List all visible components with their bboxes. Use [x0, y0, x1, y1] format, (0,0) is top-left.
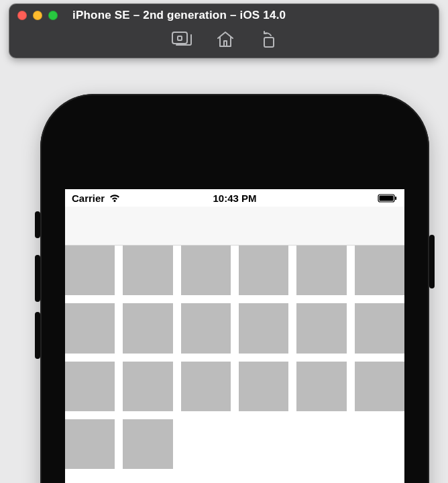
navigation-bar: [65, 207, 404, 246]
carrier-label: Carrier: [72, 193, 105, 204]
window-title: iPhone SE – 2nd generation – iOS 14.0: [72, 9, 286, 22]
grid-cell[interactable]: [123, 419, 172, 469]
grid-cell[interactable]: [296, 303, 346, 353]
mute-switch[interactable]: [35, 211, 40, 238]
grid-cell[interactable]: [239, 362, 288, 411]
grid-cell[interactable]: [239, 303, 288, 353]
battery-icon: [378, 194, 398, 203]
iphone-frame: Carrier 10:43 PM: [40, 94, 429, 483]
volume-up-button[interactable]: [35, 255, 40, 302]
simulator-window: iPhone SE – 2nd generation – iOS 14.0: [9, 4, 439, 58]
grid-cell[interactable]: [296, 246, 346, 295]
clock-label: 10:43 PM: [213, 193, 256, 204]
grid-cell[interactable]: [239, 246, 288, 295]
grid-cell[interactable]: [355, 362, 404, 411]
svg-rect-5: [224, 41, 227, 46]
grid-cell[interactable]: [181, 246, 231, 295]
close-window-button[interactable]: [17, 11, 27, 20]
screenshot-icon[interactable]: [172, 32, 192, 48]
grid-cell[interactable]: [296, 362, 346, 411]
grid-cell[interactable]: [123, 362, 172, 411]
status-bar-container: Carrier 10:43 PM: [65, 189, 404, 207]
volume-down-button[interactable]: [35, 312, 40, 359]
grid-cell[interactable]: [65, 246, 115, 295]
simulator-toolbar: [9, 27, 439, 52]
grid-cell[interactable]: [123, 246, 172, 295]
grid-cell[interactable]: [355, 246, 404, 295]
zoom-window-button[interactable]: [48, 11, 58, 20]
grid-cell[interactable]: [181, 362, 231, 411]
minimize-window-button[interactable]: [33, 11, 42, 20]
collection-grid[interactable]: [65, 246, 404, 469]
power-button[interactable]: [429, 235, 435, 288]
grid-cell[interactable]: [65, 419, 115, 469]
status-bar: Carrier 10:43 PM: [65, 189, 404, 207]
svg-rect-4: [178, 36, 182, 40]
grid-cell[interactable]: [181, 303, 231, 353]
wifi-icon: [109, 194, 121, 203]
rotate-icon[interactable]: [259, 31, 276, 48]
svg-rect-6: [264, 38, 274, 47]
grid-cell[interactable]: [123, 303, 172, 353]
grid-cell[interactable]: [65, 303, 115, 353]
svg-rect-2: [395, 197, 396, 200]
svg-rect-1: [380, 195, 394, 201]
grid-cell[interactable]: [65, 362, 115, 411]
home-icon[interactable]: [216, 31, 235, 48]
device-screen: Carrier 10:43 PM: [65, 189, 404, 483]
svg-rect-3: [172, 32, 187, 44]
titlebar[interactable]: iPhone SE – 2nd generation – iOS 14.0: [9, 4, 439, 27]
grid-cell[interactable]: [355, 303, 404, 353]
